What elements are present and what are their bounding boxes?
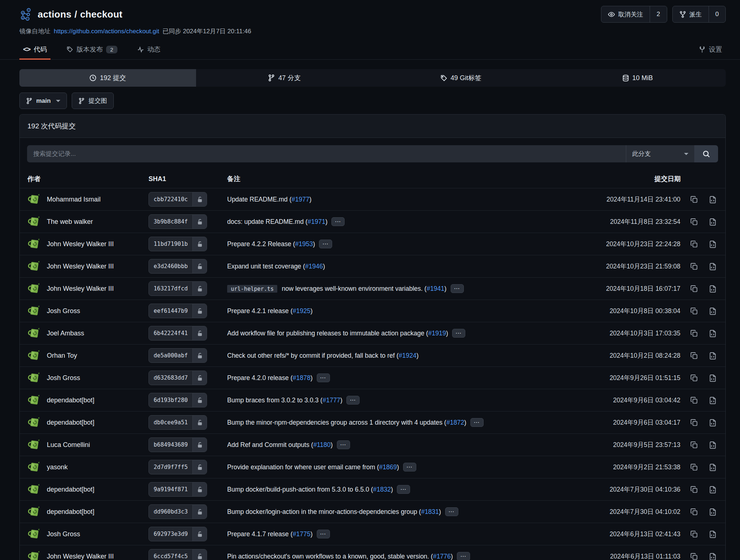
browse-source-icon[interactable] — [709, 396, 717, 404]
commit-sha-badge[interactable]: b684943689 — [149, 437, 207, 452]
browse-source-icon[interactable] — [709, 240, 717, 248]
commit-sha-badge[interactable]: 163217dfcd — [149, 281, 207, 296]
branch-selector[interactable]: main — [19, 93, 67, 109]
search-button[interactable] — [694, 145, 718, 162]
stat-branches[interactable]: 47 分支 — [196, 69, 373, 87]
browse-source-icon[interactable] — [709, 553, 717, 560]
expand-commit-button[interactable]: ··· — [319, 240, 332, 248]
expand-commit-button[interactable]: ··· — [452, 329, 465, 338]
copy-sha-icon[interactable] — [690, 396, 698, 404]
tab-activity[interactable]: 动态 — [134, 41, 164, 59]
commit-message[interactable]: Pin actions/checkout's own workflows to … — [227, 553, 433, 560]
commit-author-name[interactable]: John Wesley Walker III — [47, 285, 114, 293]
browse-source-icon[interactable] — [709, 419, 717, 426]
mirror-url-link[interactable]: https://github.com/actions/checkout.git — [54, 28, 159, 35]
commit-author-name[interactable]: Josh Gross — [47, 374, 80, 382]
expand-commit-button[interactable]: ··· — [317, 530, 330, 538]
search-input[interactable] — [27, 145, 626, 162]
issue-link[interactable]: #1831 — [421, 508, 439, 515]
commit-message[interactable]: Add Ref and Commit outputs ( — [227, 441, 313, 448]
expand-commit-button[interactable]: ··· — [346, 396, 360, 405]
copy-sha-icon[interactable] — [690, 441, 698, 449]
issue-link[interactable]: #1977 — [292, 196, 309, 203]
copy-sha-icon[interactable] — [690, 240, 698, 248]
issue-link[interactable]: #1775 — [293, 530, 311, 538]
commit-author-name[interactable]: John Wesley Walker III — [47, 263, 114, 270]
stat-commits[interactable]: 192 提交 — [19, 69, 196, 87]
commit-sha-badge[interactable]: 3b9b8c884f — [149, 214, 207, 229]
expand-commit-button[interactable]: ··· — [317, 373, 330, 382]
browse-source-icon[interactable] — [709, 196, 717, 203]
browse-source-icon[interactable] — [709, 330, 717, 337]
commit-author-name[interactable]: Orhan Toy — [47, 352, 77, 360]
commit-author-name[interactable]: The web walker — [47, 218, 93, 226]
commit-sha-badge[interactable]: de5a000abf — [149, 348, 207, 363]
copy-sha-icon[interactable] — [690, 285, 698, 293]
copy-sha-icon[interactable] — [690, 263, 698, 270]
tab-code[interactable]: <> 代码 — [19, 41, 50, 59]
issue-link[interactable]: #1925 — [293, 307, 311, 315]
commit-sha-badge[interactable]: d632683dd7 — [149, 371, 207, 385]
commit-author-name[interactable]: Joel Ambass — [47, 330, 84, 337]
commit-sha-badge[interactable]: 6b42224f41 — [149, 326, 207, 341]
expand-commit-button[interactable]: ··· — [451, 284, 464, 293]
commit-message[interactable]: Prepare 4.2.0 release ( — [227, 374, 293, 382]
commit-author-name[interactable]: dependabot[bot] — [47, 486, 94, 493]
copy-sha-icon[interactable] — [690, 463, 698, 471]
browse-source-icon[interactable] — [709, 352, 717, 360]
commit-author-name[interactable]: Josh Gross — [47, 307, 80, 315]
copy-sha-icon[interactable] — [690, 218, 698, 226]
commit-author-name[interactable]: dependabot[bot] — [47, 419, 94, 426]
issue-link[interactable]: #1946 — [305, 263, 323, 270]
commit-message[interactable]: Bump docker/login-action in the minor-ac… — [227, 508, 421, 515]
commit-sha-badge[interactable]: 9a9194f871 — [149, 482, 207, 497]
commit-author-name[interactable]: dependabot[bot] — [47, 508, 94, 516]
commit-sha-badge[interactable]: 692973e3d9 — [149, 527, 207, 541]
commit-sha-badge[interactable]: 2d7d9f7ff5 — [149, 460, 207, 474]
commit-author-name[interactable]: Josh Gross — [47, 530, 80, 538]
commit-message[interactable]: Add workflow file for publishing release… — [227, 330, 428, 337]
commit-sha-badge[interactable]: e3d2460bbb — [149, 259, 207, 274]
issue-link[interactable]: #1919 — [428, 330, 446, 337]
commit-sha-badge[interactable]: 11bd71901b — [149, 237, 207, 251]
commit-graph-button[interactable]: 提交图 — [72, 93, 114, 109]
browse-source-icon[interactable] — [709, 530, 717, 538]
stat-tags[interactable]: 49 Git标签 — [373, 69, 549, 87]
commit-author-name[interactable]: Luca Comellini — [47, 441, 90, 449]
expand-commit-button[interactable]: ··· — [457, 552, 470, 560]
commit-author-name[interactable]: yasonk — [47, 463, 68, 471]
commit-message[interactable]: now leverages well-known environment var… — [280, 285, 427, 292]
browse-source-icon[interactable] — [709, 486, 717, 493]
commit-author-name[interactable]: dependabot[bot] — [47, 396, 94, 404]
commit-message[interactable]: Expand unit test coverage ( — [227, 263, 305, 270]
commit-sha-badge[interactable]: 6ccd57f4c5 — [149, 549, 207, 560]
unwatch-button[interactable]: 取消关注 2 — [601, 6, 667, 23]
issue-link[interactable]: #1941 — [427, 285, 444, 292]
commit-message[interactable]: Bump docker/build-push-action from 5.3.0… — [227, 486, 373, 493]
commit-message[interactable]: Bump the minor-npm-dependencies group ac… — [227, 419, 446, 426]
expand-commit-button[interactable]: ··· — [331, 217, 345, 226]
issue-link[interactable]: #1180 — [313, 441, 330, 448]
issue-link[interactable]: #1832 — [373, 486, 391, 493]
expand-commit-button[interactable]: ··· — [403, 463, 416, 471]
copy-sha-icon[interactable] — [690, 508, 698, 516]
branch-filter-select[interactable]: 此分支 — [626, 145, 694, 162]
commit-message[interactable]: docs: update README.md ( — [227, 218, 308, 225]
fork-button[interactable]: 派生 0 — [672, 6, 726, 23]
copy-sha-icon[interactable] — [690, 374, 698, 382]
browse-source-icon[interactable] — [709, 463, 717, 471]
commit-message[interactable]: Bump braces from 3.0.2 to 3.0.3 ( — [227, 396, 323, 404]
issue-link[interactable]: #1776 — [433, 553, 451, 560]
commit-message[interactable]: Prepare 4.1.7 release ( — [227, 530, 293, 538]
commit-author-name[interactable]: John Wesley Walker III — [47, 553, 114, 560]
issue-link[interactable]: #1924 — [399, 352, 417, 359]
commit-sha-badge[interactable]: eef61447b9 — [149, 304, 207, 318]
tab-settings[interactable]: 设置 — [695, 41, 726, 59]
commit-message[interactable]: Prepare 4.2.1 release ( — [227, 307, 293, 315]
commit-sha-badge[interactable]: dd960bd3c3 — [149, 504, 207, 519]
issue-link[interactable]: #1878 — [293, 374, 311, 382]
copy-sha-icon[interactable] — [690, 530, 698, 538]
issue-link[interactable]: #1971 — [308, 218, 326, 225]
repo-owner-link[interactable]: actions — [38, 9, 71, 20]
expand-commit-button[interactable]: ··· — [470, 418, 484, 427]
